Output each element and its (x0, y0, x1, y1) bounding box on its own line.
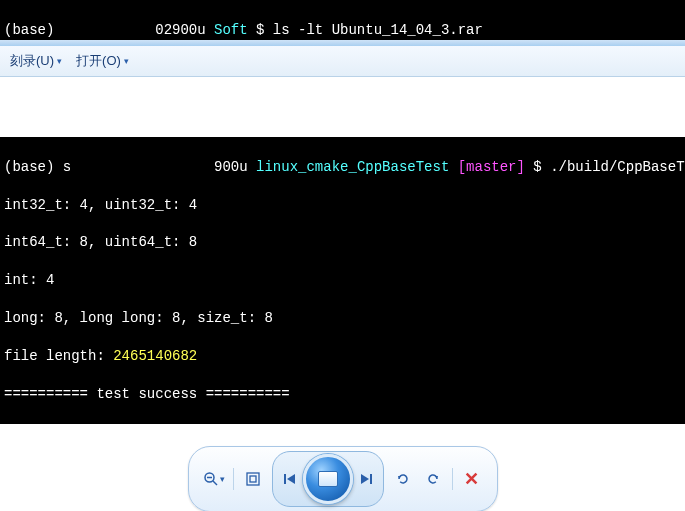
close-icon: ✕ (464, 468, 479, 490)
svg-rect-4 (250, 476, 256, 482)
separator (452, 468, 453, 490)
next-icon (359, 472, 373, 486)
svg-rect-3 (247, 473, 259, 485)
blank-area (0, 77, 685, 137)
term-line: long: 8, long long: 8, size_t: 8 (4, 309, 681, 328)
previous-icon (283, 472, 297, 486)
term-line: (base) 02900u Soft $ ls -lt Ubuntu_14_04… (4, 21, 681, 40)
open-label: 打开(O) (76, 52, 121, 70)
rotate-left-button[interactable] (388, 464, 418, 494)
chevron-down-icon: ▾ (220, 474, 225, 484)
svg-rect-7 (370, 474, 372, 484)
zoom-out-button[interactable]: ▾ (199, 464, 229, 494)
separator (233, 468, 234, 490)
nav-group (272, 451, 384, 507)
fit-window-icon (245, 471, 261, 487)
term-line: int64_t: 8, uint64_t: 8 (4, 233, 681, 252)
chevron-down-icon: ▾ (57, 56, 62, 66)
rotate-right-button[interactable] (418, 464, 448, 494)
term-line: int: 4 (4, 271, 681, 290)
svg-rect-5 (284, 474, 286, 484)
open-menu[interactable]: 打开(O) ▾ (76, 52, 129, 70)
term-line: ========== test success ========== (4, 385, 681, 404)
terminal-middle: (base) s 900u linux_cmake_CppBaseTest [m… (0, 137, 685, 424)
actual-size-button[interactable] (303, 454, 353, 504)
redo-icon (425, 471, 441, 487)
zoom-out-icon (203, 471, 219, 487)
term-line: (base) s 900u linux_cmake_CppBaseTest [m… (4, 158, 681, 177)
burn-menu[interactable]: 刻录(U) ▾ (10, 52, 62, 70)
burn-label: 刻录(U) (10, 52, 54, 70)
chevron-down-icon: ▾ (124, 56, 129, 66)
terminal-top: (base) 02900u Soft $ ls -lt Ubuntu_14_04… (0, 0, 685, 40)
window-icon (318, 471, 338, 487)
fit-window-button[interactable] (238, 464, 268, 494)
close-button[interactable]: ✕ (457, 464, 487, 494)
svg-marker-6 (287, 474, 295, 484)
svg-marker-8 (361, 474, 369, 484)
image-viewer-controls: ▾ ✕ (188, 446, 498, 511)
svg-line-1 (213, 481, 217, 485)
undo-icon (395, 471, 411, 487)
next-button[interactable] (351, 466, 381, 492)
previous-button[interactable] (275, 466, 305, 492)
viewer-toolbar: 刻录(U) ▾ 打开(O) ▾ (0, 46, 685, 77)
control-bar-area: ▾ ✕ (0, 424, 685, 511)
term-line: file length: 2465140682 (4, 347, 681, 366)
term-line: int32_t: 4, uint32_t: 4 (4, 196, 681, 215)
